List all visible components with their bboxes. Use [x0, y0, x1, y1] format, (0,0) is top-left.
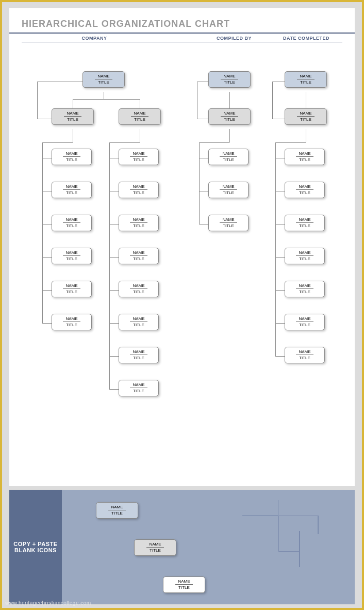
connector	[306, 129, 306, 142]
node-name: NAME	[209, 72, 250, 79]
node-title: TITLE	[285, 289, 324, 297]
org-node: NAMETITLE	[285, 182, 325, 198]
node-name: NAME	[285, 248, 324, 255]
org-node: NAMETITLE	[52, 108, 94, 125]
connector	[275, 257, 285, 258]
node-title: TITLE	[285, 322, 324, 330]
org-node: NAMETITLE	[163, 576, 205, 593]
connector	[272, 82, 285, 82]
assets-heading-1: COPY + PASTE	[13, 541, 57, 547]
label-date-completed: DATE COMPLETED	[270, 36, 342, 41]
node-title: TITLE	[52, 157, 91, 165]
node-title: TITLE	[119, 388, 158, 396]
connector	[272, 119, 285, 119]
node-name: NAME	[119, 281, 158, 288]
org-node: NAMETITLE	[52, 182, 92, 198]
connector	[109, 142, 140, 143]
node-name: NAME	[209, 149, 248, 156]
connector	[199, 158, 208, 158]
node-title: TITLE	[52, 289, 91, 297]
node-title: TITLE	[285, 157, 324, 165]
node-title: TITLE	[96, 510, 138, 518]
connector	[109, 356, 119, 357]
connector	[42, 323, 52, 324]
org-node: NAMETITLE	[208, 182, 249, 198]
assets-heading-2: BLANK ICONS	[14, 547, 57, 553]
node-title: TITLE	[52, 117, 93, 124]
connector	[229, 92, 230, 99]
connector	[109, 142, 110, 389]
connector	[42, 290, 52, 291]
node-title: TITLE	[209, 223, 248, 231]
node-name: NAME	[285, 182, 324, 189]
connector	[275, 191, 285, 191]
connector	[275, 142, 306, 143]
connector	[199, 224, 208, 224]
node-name: NAME	[52, 182, 91, 189]
node-title: TITLE	[163, 585, 205, 592]
node-title: TITLE	[119, 117, 160, 124]
node-title: TITLE	[119, 289, 158, 297]
node-title: TITLE	[52, 256, 91, 264]
connector	[272, 82, 273, 119]
org-node: NAMETITLE	[52, 314, 92, 330]
org-node: NAMETITLE	[285, 108, 327, 125]
connector	[275, 158, 285, 158]
node-title: TITLE	[209, 190, 248, 198]
node-name: NAME	[119, 215, 158, 222]
node-title: TITLE	[209, 117, 250, 124]
org-node: NAMETITLE	[285, 215, 325, 231]
node-title: TITLE	[52, 322, 91, 330]
node-name: NAME	[209, 182, 248, 189]
node-name: NAME	[285, 72, 326, 79]
org-node: NAMETITLE	[208, 108, 251, 125]
node-name: NAME	[135, 540, 176, 547]
org-node: NAMETITLE	[119, 314, 159, 330]
node-title: TITLE	[285, 190, 324, 198]
node-title: TITLE	[52, 223, 91, 231]
org-node: NAMETITLE	[285, 281, 325, 297]
node-title: TITLE	[285, 256, 324, 264]
org-node: NAMETITLE	[285, 314, 325, 330]
node-name: NAME	[119, 248, 158, 255]
node-name: NAME	[285, 314, 324, 322]
node-title: TITLE	[135, 548, 176, 555]
org-node: NAMETITLE	[208, 71, 251, 88]
org-node: NAMETITLE	[119, 108, 161, 125]
connector	[275, 142, 276, 356]
org-node: NAMETITLE	[119, 149, 159, 165]
connector-sample	[299, 531, 300, 567]
connector-sample	[278, 516, 318, 531]
node-name: NAME	[285, 149, 324, 156]
node-title: TITLE	[119, 223, 158, 231]
org-node: NAMETITLE	[52, 281, 92, 297]
node-name: NAME	[119, 109, 160, 116]
node-name: NAME	[209, 109, 250, 116]
node-title: TITLE	[52, 190, 91, 198]
node-title: TITLE	[119, 322, 158, 330]
connector	[42, 142, 43, 323]
org-node: NAMETITLE	[52, 149, 92, 165]
connector	[42, 142, 73, 143]
org-node: NAMETITLE	[119, 380, 159, 396]
node-name: NAME	[285, 347, 324, 355]
label-company: COMPANY	[0, 36, 198, 41]
connector	[197, 82, 208, 82]
connector	[229, 129, 230, 142]
connector	[109, 158, 119, 158]
org-node: NAMETITLE	[119, 281, 159, 297]
connector	[109, 323, 119, 324]
connector	[275, 290, 285, 291]
node-title: TITLE	[285, 355, 324, 363]
page-main: HIERARCHICAL ORGANIZATIONAL CHART COMPAN…	[9, 8, 355, 486]
connector	[199, 142, 200, 224]
node-title: TITLE	[83, 79, 124, 87]
node-name: NAME	[52, 281, 91, 288]
connector	[109, 290, 119, 291]
connector	[109, 191, 119, 191]
connector	[275, 356, 285, 357]
node-title: TITLE	[119, 355, 158, 363]
org-node: NAMETITLE	[52, 215, 92, 231]
connector	[199, 142, 229, 143]
label-compiled-by: COMPILED BY	[198, 36, 270, 41]
